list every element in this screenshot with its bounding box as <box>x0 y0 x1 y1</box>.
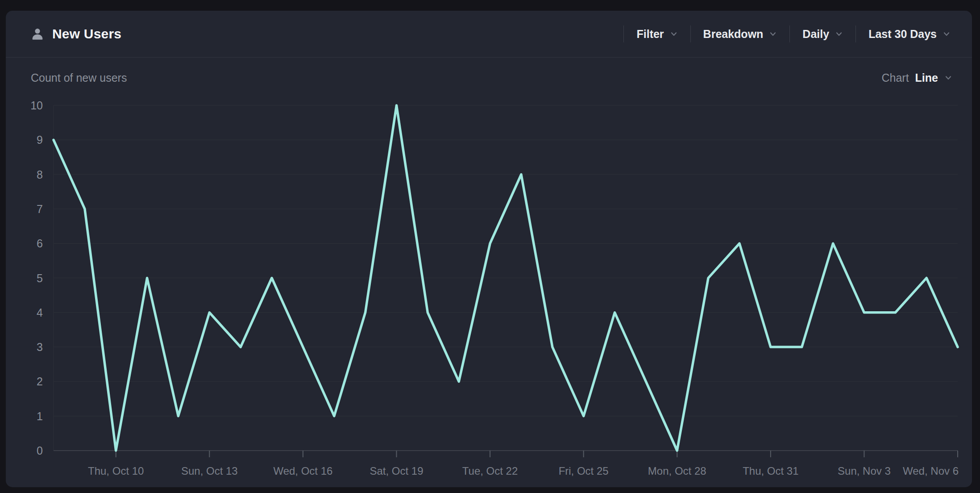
y-axis-tick-label: 7 <box>37 203 43 215</box>
page: { "header": { "title": "New Users", "ico… <box>0 0 980 493</box>
x-axis-tick-label: Sun, Oct 13 <box>181 465 238 477</box>
y-axis-tick-label: 10 <box>30 99 43 112</box>
line-chart[interactable]: 012345678910Thu, Oct 10Sun, Oct 13Wed, O… <box>6 11 972 487</box>
y-axis-tick-label: 8 <box>37 168 43 181</box>
y-axis-tick-label: 5 <box>37 272 43 284</box>
y-axis-tick-label: 2 <box>37 375 43 388</box>
x-axis-tick-label: Thu, Oct 10 <box>88 465 144 477</box>
y-axis-tick-label: 9 <box>37 134 43 146</box>
y-axis-tick-label: 4 <box>37 306 43 319</box>
y-axis-tick-label: 1 <box>37 410 43 422</box>
x-axis-tick-label: Wed, Nov 6 <box>903 465 959 477</box>
y-axis-tick-label: 3 <box>37 341 43 353</box>
x-axis-tick-label: Thu, Oct 31 <box>743 465 798 477</box>
new-users-widget: New Users Filter Breakdown Daily Last 30… <box>6 11 972 487</box>
y-axis-tick-label: 0 <box>37 444 43 457</box>
x-axis-tick-label: Tue, Oct 22 <box>462 465 518 477</box>
x-axis-tick-label: Sat, Oct 19 <box>370 465 423 477</box>
x-axis-tick-label: Fri, Oct 25 <box>559 465 609 477</box>
x-axis-tick-label: Sun, Nov 3 <box>838 465 891 477</box>
x-axis-tick-label: Mon, Oct 28 <box>648 465 706 477</box>
y-axis-tick-label: 6 <box>37 237 43 250</box>
x-axis-tick-label: Wed, Oct 16 <box>273 465 332 477</box>
